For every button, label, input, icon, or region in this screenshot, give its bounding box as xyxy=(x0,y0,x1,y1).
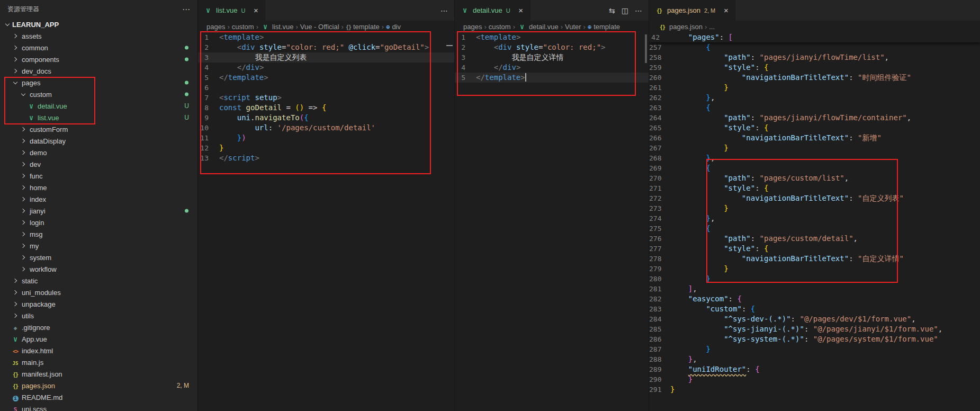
tree-item-readme.md[interactable]: README.md xyxy=(0,391,197,403)
code-line-271[interactable]: 271 "style": { xyxy=(649,183,980,193)
tree-item-home[interactable]: home xyxy=(0,182,197,193)
breadcrumb-item-pages.json[interactable]: pages.json xyxy=(658,23,703,31)
code-line-261[interactable]: 261 } xyxy=(649,83,980,93)
code-line-274[interactable]: 274 }, xyxy=(649,213,980,224)
code-line-262[interactable]: 262 }, xyxy=(649,93,980,103)
code-line-275[interactable]: 275 { xyxy=(649,224,980,234)
code-line-289[interactable]: 289 "uniIdRouter": { xyxy=(649,364,980,374)
code-line-9[interactable]: 9 uni.navigateTo({ xyxy=(198,113,454,123)
code-line-288[interactable]: 288 }, xyxy=(649,354,980,364)
breadcrumb-item-detail.vue[interactable]: detail.vue xyxy=(517,23,559,31)
code-line-5[interactable]: 5</template> xyxy=(455,73,649,83)
code-line-284[interactable]: 284 "^sys-dev-(.*)": "@/pages/dev/$1/for… xyxy=(649,314,980,324)
code-line-276[interactable]: 276 "path": "pages/custom/detail", xyxy=(649,234,980,244)
tree-item-unpackage[interactable]: unpackage xyxy=(0,298,197,310)
tree-item-uni.scss[interactable]: uni.scss xyxy=(0,403,197,411)
code-line-4[interactable]: 4 </div> xyxy=(455,62,649,73)
code-line-287[interactable]: 287 } xyxy=(649,344,980,354)
code-line-5[interactable]: 5</template> xyxy=(198,73,454,83)
scrollbar-thumb[interactable] xyxy=(645,34,647,63)
code-editor-pages-json[interactable]: 42 "pages": [257 {258 "path": "pages/jia… xyxy=(649,32,980,411)
code-line-8[interactable]: 8const goDetail = () => { xyxy=(198,103,454,113)
tree-item-components[interactable]: components xyxy=(0,53,197,65)
code-line-272[interactable]: 272 "navigationBarTitleText": "自定义列表" xyxy=(649,193,980,203)
code-line-3[interactable]: 3 我是自定义列表 xyxy=(198,52,454,62)
breadcrumb-item-pages[interactable]: pages xyxy=(206,23,225,31)
tree-item-dev[interactable]: dev xyxy=(0,158,197,170)
tree-item-.gitignore[interactable]: .gitignore xyxy=(0,321,197,333)
more-actions-icon[interactable]: ⋯ xyxy=(440,7,448,14)
tree-item-customform[interactable]: customForm xyxy=(0,123,197,135)
code-line-285[interactable]: 285 "^sys-jianyi-(.*)": "@/pages/jianyi/… xyxy=(649,324,980,334)
tree-item-assets[interactable]: assets xyxy=(0,30,197,42)
tree-item-main.js[interactable]: main.js xyxy=(0,356,197,368)
tree-item-workflow[interactable]: workflow xyxy=(0,263,197,275)
breadcrumb-item-pages[interactable]: pages xyxy=(463,23,482,31)
tree-item-pages[interactable]: pages xyxy=(0,77,197,88)
breadcrumb-item-...[interactable]: ... xyxy=(709,23,715,31)
tree-item-custom[interactable]: custom xyxy=(0,88,197,100)
close-icon[interactable] xyxy=(517,6,525,15)
code-line-281[interactable]: 281 ], xyxy=(649,284,980,294)
code-line-2[interactable]: 2 <div style="color: red;"> xyxy=(455,42,649,52)
breadcrumb-item-vuter[interactable]: Vuter xyxy=(565,23,581,31)
code-line-268[interactable]: 268 }, xyxy=(649,153,980,163)
breadcrumb-item-custom[interactable]: custom xyxy=(232,23,254,31)
tree-root-learun-app[interactable]: LEARUN_APP xyxy=(0,19,197,30)
tree-item-index.html[interactable]: index.html xyxy=(0,345,197,356)
tree-item-msg[interactable]: msg xyxy=(0,228,197,240)
tree-item-func[interactable]: func xyxy=(0,170,197,182)
code-line-280[interactable]: 280 } xyxy=(649,274,980,284)
tree-item-detail.vue[interactable]: detail.vueU xyxy=(0,100,197,112)
tree-item-common[interactable]: common xyxy=(0,42,197,53)
tree-item-static[interactable]: static xyxy=(0,275,197,287)
code-line-42[interactable]: 42 "pages": [ xyxy=(649,32,980,42)
code-line-278[interactable]: 278 "navigationBarTitleText": "自定义详情" xyxy=(649,254,980,264)
code-editor-list-vue[interactable]: 1<template>2 <div style="color: red;" @c… xyxy=(198,32,454,411)
code-line-269[interactable]: 269 { xyxy=(649,163,980,173)
tree-item-my[interactable]: my xyxy=(0,240,197,252)
breadcrumb-item-list.vue[interactable]: list.vue xyxy=(260,23,293,31)
code-line-263[interactable]: 263 { xyxy=(649,103,980,113)
tree-item-index[interactable]: index xyxy=(0,193,197,205)
code-line-260[interactable]: 260 "navigationBarTitleText": "时间组件验证" xyxy=(649,73,980,83)
code-line-3[interactable]: 3 我是自定义详情 xyxy=(455,52,649,62)
tab-list-vue[interactable]: list.vue U xyxy=(198,0,266,21)
code-line-279[interactable]: 279 } xyxy=(649,264,980,274)
code-line-277[interactable]: 277 "style": { xyxy=(649,244,980,254)
split-editor-icon[interactable]: ◫ xyxy=(622,7,628,14)
tree-item-manifest.json[interactable]: manifest.json xyxy=(0,368,197,380)
code-line-6[interactable]: 6 xyxy=(198,83,454,93)
code-line-11[interactable]: 11 }) xyxy=(198,133,454,143)
code-line-1[interactable]: 1<template> xyxy=(198,32,454,42)
tree-item-jianyi[interactable]: jianyi xyxy=(0,205,197,217)
code-line-291[interactable]: 291} xyxy=(649,385,980,395)
more-actions-icon[interactable]: ⋯ xyxy=(635,7,642,14)
tree-item-demo[interactable]: demo xyxy=(0,147,197,158)
breadcrumb-item-template[interactable]: template xyxy=(346,23,380,31)
code-line-267[interactable]: 267 } xyxy=(649,143,980,153)
code-line-273[interactable]: 273 } xyxy=(649,203,980,213)
open-changes-icon[interactable]: ⇆ xyxy=(609,7,615,14)
code-line-1[interactable]: 1<template> xyxy=(455,32,649,42)
breadcrumb-item-template[interactable]: template xyxy=(588,23,620,31)
tree-item-uni-modules[interactable]: uni_modules xyxy=(0,287,197,298)
tree-item-system[interactable]: system xyxy=(0,252,197,263)
code-line-12[interactable]: 12} xyxy=(198,143,454,153)
tree-item-list.vue[interactable]: list.vueU xyxy=(0,112,197,123)
tree-item-pages.json[interactable]: pages.json2, M xyxy=(0,380,197,391)
code-line-259[interactable]: 259 "style": { xyxy=(649,62,980,73)
code-line-257[interactable]: 257 { xyxy=(649,42,980,52)
code-line-265[interactable]: 265 "style": { xyxy=(649,123,980,133)
code-line-10[interactable]: 10 url: '/pages/custom/detail' xyxy=(198,123,454,133)
breadcrumb-item-custom[interactable]: custom xyxy=(489,23,511,31)
breadcrumb-item-div[interactable]: div xyxy=(386,23,401,31)
code-line-266[interactable]: 266 "navigationBarTitleText": "新增" xyxy=(649,133,980,143)
code-line-283[interactable]: 283 "custom": { xyxy=(649,304,980,314)
tree-item-utils[interactable]: utils xyxy=(0,310,197,321)
tab-pages-json[interactable]: pages.json 2, M xyxy=(649,0,736,21)
code-line-264[interactable]: 264 "path": "pages/jianyi/flowTime/conta… xyxy=(649,113,980,123)
code-line-7[interactable]: 7<script setup> xyxy=(198,93,454,103)
tab-detail-vue[interactable]: detail.vue U xyxy=(455,0,531,21)
more-actions-icon[interactable]: ⋯ xyxy=(182,5,190,13)
